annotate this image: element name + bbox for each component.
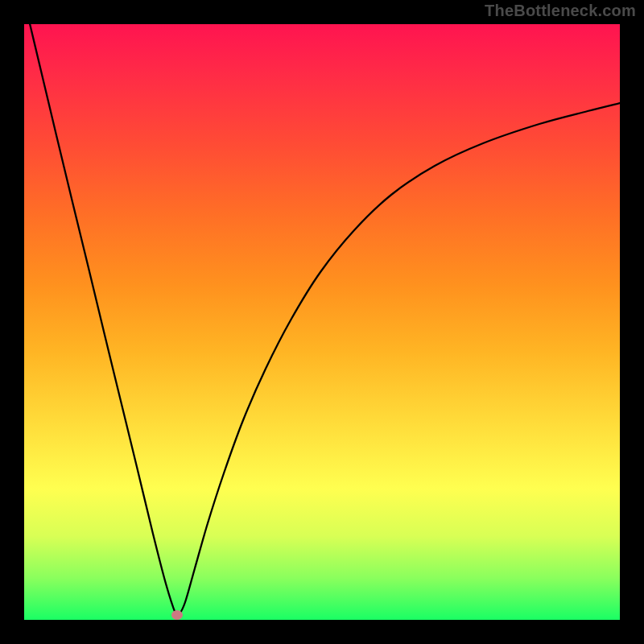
curve-svg	[24, 24, 620, 620]
bottleneck-curve	[24, 24, 620, 617]
minimum-marker	[171, 610, 183, 620]
plot-area	[24, 24, 620, 620]
watermark-text: TheBottleneck.com	[485, 2, 636, 20]
chart-frame: TheBottleneck.com	[0, 0, 644, 644]
